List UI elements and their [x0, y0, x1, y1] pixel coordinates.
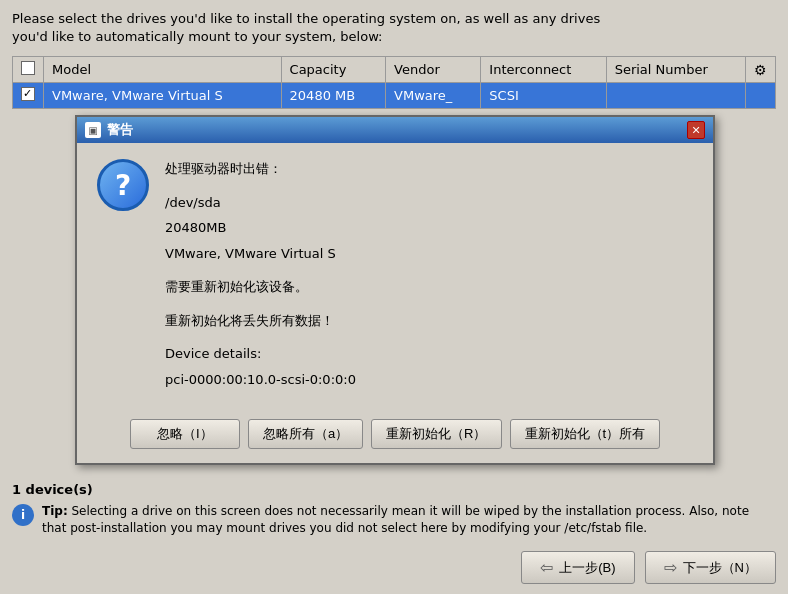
row-checkbox-cell[interactable]	[13, 83, 44, 109]
dialog-question-icon: ?	[97, 159, 149, 211]
drive-table: Model Capacity Vendor Interconnect Seria…	[12, 56, 776, 109]
dialog-buttons: 忽略（I） 忽略所有（a） 重新初始化（R） 重新初始化（t）所有	[77, 411, 713, 463]
next-label: 下一步（N）	[683, 559, 757, 577]
col-header-icon: ⚙	[746, 57, 776, 83]
select-all-checkbox[interactable]	[21, 61, 35, 75]
dialog-title-icon: ▣	[85, 122, 101, 138]
dialog-body: ? 处理驱动器时出错： /dev/sda 20480MB VMware, VMw…	[77, 143, 713, 411]
row-serial	[606, 83, 745, 109]
dialog-line8: pci-0000:00:10.0-scsi-0:0:0:0	[165, 370, 693, 390]
dialog-title: 警告	[107, 121, 133, 139]
warning-dialog: ▣ 警告 ✕ ? 处理驱动器时出错： /dev/sda 20480MB VMwa…	[75, 115, 715, 465]
dialog-line6: 重新初始化将丢失所有数据！	[165, 311, 693, 331]
device-count: 1 device(s)	[12, 482, 776, 497]
dialog-titlebar: ▣ 警告 ✕	[77, 117, 713, 143]
col-header-capacity: Capacity	[281, 57, 386, 83]
dialog-line2: /dev/sda	[165, 193, 693, 213]
tip-text: Tip: Selecting a drive on this screen do…	[42, 503, 776, 537]
reinit-all-button[interactable]: 重新初始化（t）所有	[510, 419, 661, 449]
dialog-content: 处理驱动器时出错： /dev/sda 20480MB VMware, VMwar…	[165, 159, 693, 395]
row-capacity: 20480 MB	[281, 83, 386, 109]
ignore-all-button[interactable]: 忽略所有（a）	[248, 419, 363, 449]
tip-box: i Tip: Selecting a drive on this screen …	[12, 503, 776, 537]
back-button[interactable]: ⇦ 上一步(B)	[521, 551, 634, 584]
dialog-line4: VMware, VMware Virtual S	[165, 244, 693, 264]
dialog-line1: 处理驱动器时出错：	[165, 159, 693, 179]
col-header-model: Model	[44, 57, 282, 83]
bottom-section: 1 device(s) i Tip: Selecting a drive on …	[0, 474, 788, 594]
tip-label: Tip:	[42, 504, 68, 518]
col-header-vendor: Vendor	[386, 57, 481, 83]
tip-content: Selecting a drive on this screen does no…	[42, 504, 749, 535]
back-label: 上一步(B)	[559, 559, 615, 577]
row-icon-cell	[746, 83, 776, 109]
instruction-text: Please select the drives you'd like to i…	[12, 10, 776, 46]
dialog-line5: 需要重新初始化该设备。	[165, 277, 693, 297]
dialog-close-button[interactable]: ✕	[687, 121, 705, 139]
next-button[interactable]: ⇨ 下一步（N）	[645, 551, 776, 584]
row-model: VMware, VMware Virtual S	[44, 83, 282, 109]
next-arrow-icon: ⇨	[664, 558, 677, 577]
row-checkbox[interactable]	[21, 87, 35, 101]
row-vendor: VMware_	[386, 83, 481, 109]
col-header-interconnect: Interconnect	[481, 57, 606, 83]
nav-buttons: ⇦ 上一步(B) ⇨ 下一步（N）	[12, 551, 776, 584]
col-header-serial: Serial Number	[606, 57, 745, 83]
dialog-line3: 20480MB	[165, 218, 693, 238]
ignore-button[interactable]: 忽略（I）	[130, 419, 240, 449]
instruction-line1: Please select the drives you'd like to i…	[12, 11, 600, 26]
question-mark: ?	[115, 169, 131, 202]
reinit-button[interactable]: 重新初始化（R）	[371, 419, 501, 449]
dialog-icon-area: ?	[97, 159, 149, 395]
back-arrow-icon: ⇦	[540, 558, 553, 577]
instruction-line2: you'd like to automatically mount to you…	[12, 29, 382, 44]
col-header-checkbox	[13, 57, 44, 83]
tip-icon: i	[12, 504, 34, 526]
table-row[interactable]: VMware, VMware Virtual S 20480 MB VMware…	[13, 83, 776, 109]
settings-icon[interactable]: ⚙	[754, 62, 767, 78]
row-interconnect: SCSI	[481, 83, 606, 109]
dialog-line7: Device details:	[165, 344, 693, 364]
